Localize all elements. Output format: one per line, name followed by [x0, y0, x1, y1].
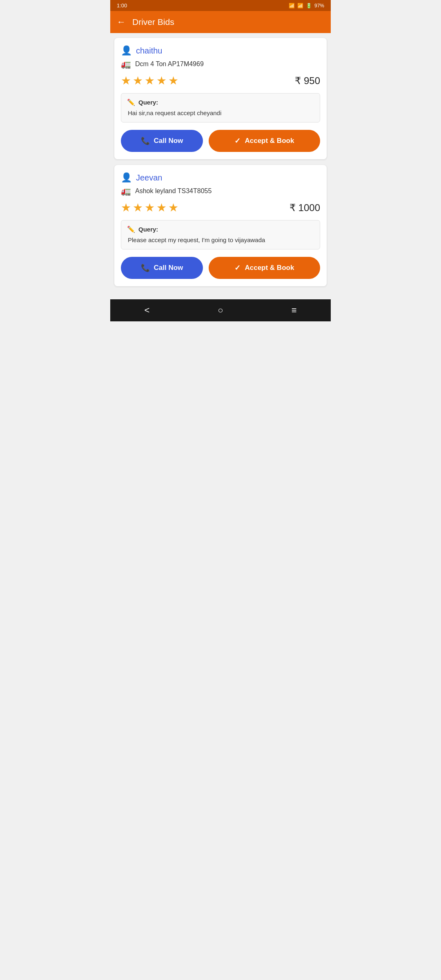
driver-name-1: chaithu: [136, 46, 163, 56]
star-2-1: ★: [121, 201, 131, 214]
signal-icon: 📶: [297, 3, 303, 9]
accept-book-label-2: Accept & Book: [245, 264, 294, 272]
call-now-label-2: Call Now: [154, 264, 183, 272]
page-title: Driver Bids: [132, 17, 174, 27]
driver-name-row-1: 👤 chaithu: [121, 45, 320, 56]
star-1-4: ★: [156, 74, 167, 87]
back-button[interactable]: ←: [117, 17, 126, 27]
bluetooth-icon: 📶: [289, 3, 295, 9]
check-icon-2: ✓: [234, 263, 241, 272]
check-icon-1: ✓: [234, 136, 241, 145]
star-2-5: ★: [168, 201, 178, 214]
price-1: ₹ 950: [295, 75, 320, 87]
truck-row-1: 🚛 Dcm 4 Ton AP17M4969: [121, 59, 320, 69]
star-2-2: ★: [133, 201, 143, 214]
star-1-3: ★: [145, 74, 155, 87]
truck-info-1: Dcm 4 Ton AP17M4969: [135, 60, 204, 68]
stars-2: ★ ★ ★ ★ ★: [121, 201, 178, 214]
rating-price-row-2: ★ ★ ★ ★ ★ ₹ 1000: [121, 201, 320, 214]
star-1-5: ★: [168, 74, 178, 87]
bid-card-1: 👤 chaithu 🚛 Dcm 4 Ton AP17M4969 ★ ★ ★ ★ …: [114, 38, 327, 159]
query-label-2: Query:: [138, 226, 158, 233]
person-icon-1: 👤: [121, 45, 132, 56]
pencil-icon-2: ✏️: [127, 225, 135, 233]
nav-bar: < ○ ≡: [110, 299, 331, 321]
pencil-icon-1: ✏️: [127, 98, 135, 106]
call-now-button-1[interactable]: 📞 Call Now: [121, 130, 203, 152]
accept-book-label-1: Accept & Book: [245, 137, 294, 145]
status-icons: 📶 📶 🔋 97%: [289, 3, 324, 9]
phone-icon-1: 📞: [141, 136, 150, 145]
driver-name-row-2: 👤 Jeevan: [121, 172, 320, 183]
battery-icon: 🔋: [306, 3, 312, 9]
truck-icon-1: 🚛: [121, 59, 131, 69]
nav-menu-button[interactable]: ≡: [292, 305, 297, 316]
status-time: 1:00: [117, 2, 127, 9]
truck-icon-2: 🚛: [121, 186, 131, 196]
truck-row-2: 🚛 Ashok leyland TS34T8055: [121, 186, 320, 196]
truck-info-2: Ashok leyland TS34T8055: [135, 187, 212, 195]
query-box-1: ✏️ Query: Hai sir,na request accept chey…: [121, 93, 320, 122]
action-buttons-1: 📞 Call Now ✓ Accept & Book: [121, 130, 320, 152]
call-now-button-2[interactable]: 📞 Call Now: [121, 257, 203, 279]
bids-list: 👤 chaithu 🚛 Dcm 4 Ton AP17M4969 ★ ★ ★ ★ …: [110, 33, 331, 291]
query-header-2: ✏️ Query:: [127, 225, 314, 233]
star-2-4: ★: [156, 201, 167, 214]
action-buttons-2: 📞 Call Now ✓ Accept & Book: [121, 257, 320, 279]
call-now-label-1: Call Now: [154, 137, 183, 145]
driver-name-2: Jeevan: [136, 173, 163, 183]
nav-home-button[interactable]: ○: [218, 305, 223, 316]
bid-card-2: 👤 Jeevan 🚛 Ashok leyland TS34T8055 ★ ★ ★…: [114, 165, 327, 286]
price-2: ₹ 1000: [290, 202, 320, 214]
rating-price-row-1: ★ ★ ★ ★ ★ ₹ 950: [121, 74, 320, 87]
accept-book-button-1[interactable]: ✓ Accept & Book: [209, 130, 320, 152]
battery-level: 97%: [314, 3, 324, 9]
query-text-1: Hai sir,na request accept cheyandi: [127, 109, 314, 117]
status-bar: 1:00 📶 📶 🔋 97%: [110, 0, 331, 11]
phone-icon-2: 📞: [141, 263, 150, 272]
stars-1: ★ ★ ★ ★ ★: [121, 74, 178, 87]
query-box-2: ✏️ Query: Please accept my request, I'm …: [121, 220, 320, 249]
app-bar: ← Driver Bids: [110, 11, 331, 33]
query-label-1: Query:: [138, 99, 158, 106]
star-2-3: ★: [145, 201, 155, 214]
nav-back-button[interactable]: <: [145, 305, 150, 316]
accept-book-button-2[interactable]: ✓ Accept & Book: [209, 257, 320, 279]
query-header-1: ✏️ Query:: [127, 98, 314, 106]
star-1-2: ★: [133, 74, 143, 87]
star-1-1: ★: [121, 74, 131, 87]
person-icon-2: 👤: [121, 172, 132, 183]
query-text-2: Please accept my request, I'm going to v…: [127, 236, 314, 244]
